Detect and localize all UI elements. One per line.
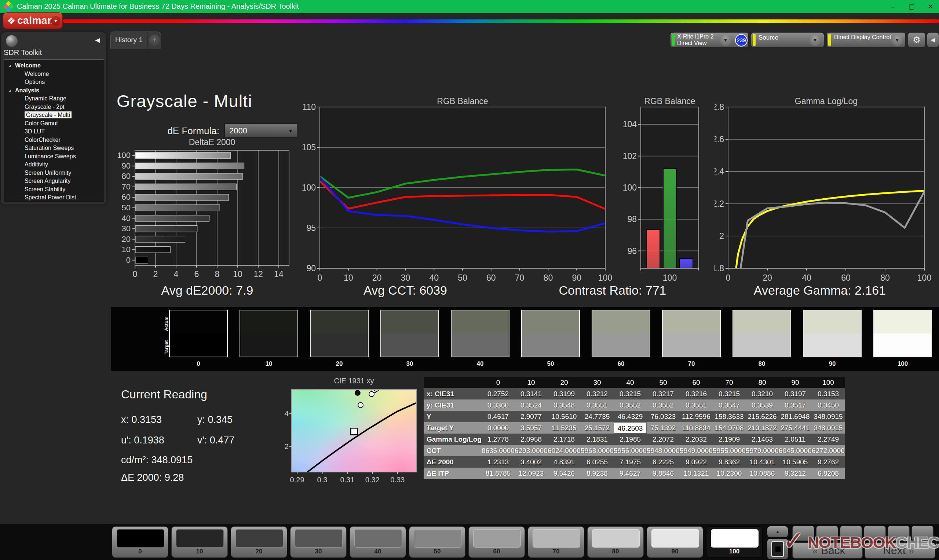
sidebar-item-screen-uniformity[interactable]: Screen Uniformity [4, 169, 104, 177]
table-cell: 3.4002 [515, 456, 547, 468]
add-tab-button[interactable]: + [149, 35, 160, 46]
rgb-balance-line-chart: 90951001051100102030405060708090100RGB B… [301, 95, 612, 286]
avg-de2000-stat: Avg dE2000: 7.9 [116, 283, 299, 300]
svg-text:2.4: 2.4 [714, 167, 724, 176]
sidebar-item-luminance-sweeps[interactable]: Luminance Sweeps [4, 152, 104, 161]
pattern-level-button-20[interactable]: 20 [231, 526, 287, 558]
svg-text:30: 30 [122, 224, 131, 233]
table-cell: 5949.0000 [680, 445, 713, 456]
svg-text:70: 70 [515, 273, 524, 283]
tree-expand-icon[interactable]: ◢ [8, 86, 11, 95]
pattern-window-toggle[interactable] [767, 539, 788, 559]
swatch-50 [521, 310, 580, 357]
sidebar-item-color-gamut[interactable]: Color Gamut [4, 120, 104, 128]
svg-text:98: 98 [627, 214, 637, 224]
svg-text:60: 60 [486, 273, 496, 283]
toolbar-icon-button[interactable] [911, 526, 933, 541]
pattern-level-button-100[interactable]: 100 [706, 526, 763, 558]
table-cell: 6272.0000 [812, 445, 845, 456]
sidebar-item-welcome[interactable]: ◢Welcome [4, 62, 104, 70]
table-cell: 0.2752 [482, 388, 515, 400]
svg-text:20: 20 [122, 235, 131, 244]
swatch-70 [662, 310, 721, 357]
sidebar-collapse-icon[interactable]: ◀ [93, 35, 103, 45]
sidebar-item-grayscale-multi[interactable]: Grayscale - Multi [4, 111, 104, 120]
table-cell: 10.4301 [746, 456, 779, 468]
calman-menu-button[interactable]: ❖ calman ▼ [3, 12, 63, 29]
svg-text:70: 70 [122, 182, 131, 191]
table-cell: 10.5610 [547, 411, 581, 422]
sidebar-item-spectral-power-dist-[interactable]: Spectral Power Dist. [4, 194, 104, 202]
svg-text:90: 90 [122, 161, 131, 171]
chevron-down-icon[interactable]: ▼ [891, 34, 903, 46]
direct-display-control-dropdown[interactable]: Direct Display Control ▼ [826, 32, 906, 48]
sidebar-item-screen-stability[interactable]: Screen Stability [4, 185, 104, 194]
pattern-level-button-80[interactable]: 80 [587, 526, 644, 558]
sidebar-item-saturation-sweeps[interactable]: Saturation Sweeps [4, 144, 104, 152]
toolbar-icon-button[interactable] [840, 526, 862, 541]
collapse-panel-icon[interactable]: ◀ [927, 32, 939, 48]
swatch-level-label: 30 [380, 360, 439, 368]
svg-text:60: 60 [841, 273, 851, 283]
sidebar-item-colorchecker[interactable]: ColorChecker [4, 136, 104, 145]
source-dropdown[interactable]: Source ▼ [751, 32, 824, 48]
sidebar-item-welcome[interactable]: Welcome [4, 70, 104, 78]
table-column-header [424, 377, 482, 388]
sidebar-item-screen-angularity[interactable]: Screen Angularity [4, 177, 104, 185]
table-cell: 5956.0000 [614, 445, 647, 456]
maximize-icon[interactable]: ▢ [903, 0, 920, 13]
pattern-chip [473, 529, 521, 548]
table-cell: 110.8834 [680, 422, 713, 434]
cie-1931-chart: 0.290.30.310.320.330.320.34CIE 1931 xy [284, 377, 426, 488]
sidebar-sphere-button[interactable] [6, 35, 18, 47]
table-cell: 2.0511 [779, 434, 812, 445]
target-swatch [452, 334, 509, 357]
tab-history-1[interactable]: History 1 + [110, 32, 161, 49]
sidebar-item-label: Welcome [25, 71, 49, 77]
toolbar-icon-button[interactable] [816, 526, 838, 541]
chevron-down-icon[interactable]: ▼ [51, 16, 60, 26]
pattern-up-icon[interactable]: ▲ [767, 526, 788, 537]
table-cell: 0.4517 [482, 411, 515, 422]
calman-diamond-icon: ❖ [7, 15, 15, 27]
meter-dropdown[interactable]: X-Rite i1Pro 2 Direct View ▼ 239 [670, 32, 749, 48]
minimize-icon[interactable]: – [884, 0, 901, 13]
pattern-level-button-90[interactable]: 90 [647, 526, 703, 558]
close-icon[interactable]: ✕ [922, 0, 939, 13]
table-cell: 0.3217 [647, 388, 680, 400]
ddc-status-stripe [828, 34, 831, 46]
pattern-level-label: 100 [706, 548, 762, 555]
chevron-down-icon[interactable]: ▼ [720, 34, 731, 46]
pattern-level-button-40[interactable]: 40 [350, 526, 406, 558]
pattern-level-button-10[interactable]: 10 [171, 526, 228, 558]
swatch-level-label: 20 [310, 360, 369, 368]
back-button[interactable]: «Back [792, 542, 863, 558]
sidebar-item-grayscale-2pt[interactable]: Grayscale - 2pt [4, 103, 104, 111]
table-cell: 10.1321 [680, 468, 713, 479]
toolbar-icon-button[interactable] [792, 526, 814, 541]
sidebar-item-analysis[interactable]: ◢Analysis [4, 86, 104, 95]
toolbar-icon-button[interactable] [888, 526, 910, 541]
sidebar-item-3d-lut[interactable]: 3D LUT [4, 128, 104, 136]
pattern-level-button-0[interactable]: 0 [112, 526, 168, 558]
pattern-level-button-30[interactable]: 30 [290, 526, 347, 558]
table-row-label: Gamma Log/Log [424, 434, 482, 445]
next-button[interactable]: Next» [865, 542, 935, 558]
sidebar-item-label: Options [25, 79, 45, 85]
table-cell: 24.7735 [581, 411, 614, 422]
pattern-level-button-60[interactable]: 60 [469, 526, 525, 558]
de-formula-select[interactable]: 2000 ▼ [225, 123, 297, 137]
gear-icon[interactable]: ⚙ [908, 32, 925, 48]
toolbar-icon-button[interactable] [864, 526, 886, 541]
svg-text:0.33: 0.33 [390, 476, 405, 484]
page-title: Grayscale - Multi [117, 91, 252, 111]
chevron-down-icon[interactable]: ▼ [809, 34, 821, 46]
tree-expand-icon[interactable]: ◢ [8, 62, 11, 70]
sidebar-item-options[interactable]: Options [4, 78, 104, 86]
sidebar-item-dynamic-range[interactable]: Dynamic Range [4, 95, 104, 103]
sidebar-item-additivity[interactable]: Additivity [4, 160, 104, 169]
svg-text:CIE 1931 xy: CIE 1931 xy [334, 377, 374, 385]
pattern-level-button-50[interactable]: 50 [409, 526, 466, 558]
svg-text:110: 110 [302, 102, 316, 112]
pattern-level-button-70[interactable]: 70 [528, 526, 584, 558]
